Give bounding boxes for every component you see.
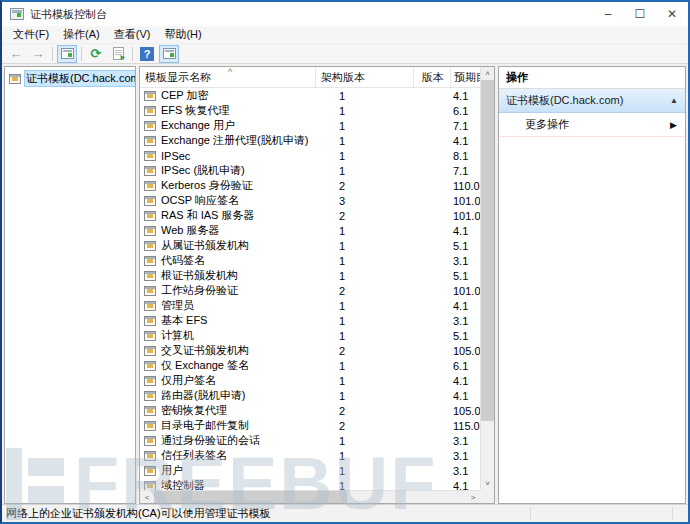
cell-template-name: 根证书颁发机构 xyxy=(140,268,333,283)
menu-view[interactable]: 查看(V) xyxy=(107,25,158,44)
actions-pane-title: 操作 xyxy=(499,67,685,89)
template-name-label: EFS 恢复代理 xyxy=(161,103,229,118)
table-row[interactable]: OCSP 响应签名 3 101.0 O xyxy=(140,193,494,208)
cell-schema-version: 1 xyxy=(333,165,440,177)
close-button[interactable]: ✕ xyxy=(656,3,688,25)
cell-version: 105.0 xyxy=(440,345,480,357)
cell-template-name: 用户 xyxy=(140,463,333,478)
table-row[interactable]: 用户 1 3.1 xyxy=(140,463,494,478)
tree-item-certificate-templates[interactable]: 证书模板(DC.hack.com) xyxy=(5,70,135,87)
menu-bar: 文件(F) 操作(A) 查看(V) 帮助(H) xyxy=(2,26,688,44)
table-row[interactable]: 密钥恢复代理 2 105.0 密 xyxy=(140,403,494,418)
certificate-template-icon xyxy=(144,151,156,161)
cell-schema-version: 1 xyxy=(333,300,440,312)
table-row[interactable]: Web 服务器 1 4.1 xyxy=(140,223,494,238)
cell-schema-version: 1 xyxy=(333,375,440,387)
cell-schema-version: 1 xyxy=(333,360,440,372)
vertical-scrollbar[interactable]: ˄ ˅ xyxy=(480,67,494,490)
forward-button[interactable]: → xyxy=(28,45,48,63)
column-header-label: 架构版本 xyxy=(321,70,365,85)
cell-version: 6.1 xyxy=(440,105,480,117)
vertical-scroll-thumb[interactable] xyxy=(481,80,494,421)
export-list-icon xyxy=(113,47,124,60)
template-name-label: Exchange 用户 xyxy=(161,118,235,133)
certificate-template-icon xyxy=(144,256,156,266)
table-row[interactable]: 基本 EFS 1 3.1 xyxy=(140,313,494,328)
horizontal-scroll-thumb[interactable] xyxy=(154,491,347,503)
collapse-icon[interactable]: ▲ xyxy=(670,96,678,105)
template-name-label: 仅 Exchange 签名 xyxy=(161,358,249,373)
sort-ascending-icon: ^ xyxy=(228,67,232,77)
table-row[interactable]: Kerberos 身份验证 2 110.0 客 xyxy=(140,178,494,193)
cell-version: 3.1 xyxy=(440,435,480,447)
table-row[interactable]: 工作站身份验证 2 101.0 客 xyxy=(140,283,494,298)
table-row[interactable]: RAS 和 IAS 服务器 2 101.0 客 xyxy=(140,208,494,223)
refresh-button[interactable]: ⟳ xyxy=(86,45,106,63)
table-row[interactable]: IPSec (脱机申请) 1 7.1 xyxy=(140,163,494,178)
scroll-up-icon[interactable]: ˄ xyxy=(481,67,494,80)
table-row[interactable]: 仅 Exchange 签名 1 6.1 xyxy=(140,358,494,373)
column-header-schema-version[interactable]: 架构版本 xyxy=(316,67,414,87)
table-row[interactable]: Exchange 注册代理(脱机申请) 1 4.1 xyxy=(140,133,494,148)
table-row[interactable]: 根证书颁发机构 1 5.1 xyxy=(140,268,494,283)
column-header-label: 版本 xyxy=(422,70,444,85)
cell-template-name: CEP 加密 xyxy=(140,88,333,103)
console-app-icon xyxy=(10,8,24,20)
table-row[interactable]: 路由器(脱机申请) 1 4.1 xyxy=(140,388,494,403)
cell-version: 4.1 xyxy=(440,300,480,312)
table-row[interactable]: 交叉证书颁发机构 2 105.0 xyxy=(140,343,494,358)
certificate-template-icon xyxy=(144,406,156,416)
table-row[interactable]: 目录电子邮件复制 2 115.0 目 xyxy=(140,418,494,433)
scroll-down-icon[interactable]: ˅ xyxy=(481,477,494,490)
certificate-template-icon xyxy=(144,451,156,461)
column-header-version[interactable]: 版本 xyxy=(414,67,451,87)
cell-template-name: 代码签名 xyxy=(140,253,333,268)
cell-schema-version: 1 xyxy=(333,270,440,282)
menu-help[interactable]: 帮助(H) xyxy=(157,25,208,44)
cell-version: 4.1 xyxy=(440,90,480,102)
table-row[interactable]: 代码签名 1 3.1 xyxy=(140,253,494,268)
back-button[interactable]: ← xyxy=(6,45,26,63)
vertical-scroll-track[interactable] xyxy=(481,80,494,477)
cell-schema-version: 1 xyxy=(333,225,440,237)
table-row[interactable]: 通过身份验证的会话 1 3.1 xyxy=(140,433,494,448)
actions-group-header[interactable]: 证书模板(DC.hack.com) ▲ xyxy=(499,89,685,113)
scroll-right-icon[interactable]: ˃ xyxy=(466,491,480,503)
help-button[interactable]: ? xyxy=(137,45,157,63)
column-header-template-name[interactable]: 模板显示名称 ^ xyxy=(140,67,316,87)
menu-action[interactable]: 操作(A) xyxy=(56,25,107,44)
table-row[interactable]: EFS 恢复代理 1 6.1 xyxy=(140,103,494,118)
cell-template-name: 基本 EFS xyxy=(140,313,333,328)
cell-template-name: Web 服务器 xyxy=(140,223,333,238)
maximize-button[interactable]: ☐ xyxy=(624,3,656,25)
show-action-pane-button[interactable] xyxy=(159,45,179,63)
template-name-label: Web 服务器 xyxy=(161,223,219,238)
cell-schema-version: 2 xyxy=(333,285,440,297)
more-actions-item[interactable]: 更多操作 ▶ xyxy=(499,113,685,137)
show-console-tree-button[interactable] xyxy=(57,45,77,63)
cell-version: 4.1 xyxy=(440,225,480,237)
horizontal-scroll-track[interactable] xyxy=(154,491,466,503)
cell-template-name: 仅用户签名 xyxy=(140,373,333,388)
template-name-label: 目录电子邮件复制 xyxy=(161,418,249,433)
table-row[interactable]: 仅用户签名 1 4.1 xyxy=(140,373,494,388)
table-row[interactable]: IPSec 1 8.1 xyxy=(140,148,494,163)
table-row[interactable]: Exchange 用户 1 7.1 xyxy=(140,118,494,133)
tree-item-label: 证书模板(DC.hack.com) xyxy=(25,71,136,86)
table-row[interactable]: 从属证书颁发机构 1 5.1 xyxy=(140,238,494,253)
template-list-pane: 模板显示名称 ^ 架构版本 版本 预期目的 CEP 加密 1 4.1 xyxy=(139,66,495,504)
horizontal-scrollbar[interactable]: ˂ ˃ xyxy=(140,490,480,503)
table-row[interactable]: 信任列表签名 1 3.1 xyxy=(140,448,494,463)
cell-schema-version: 2 xyxy=(333,210,440,222)
table-row[interactable]: 计算机 1 5.1 xyxy=(140,328,494,343)
export-list-button[interactable] xyxy=(108,45,128,63)
cell-schema-version: 1 xyxy=(333,135,440,147)
scroll-left-icon[interactable]: ˂ xyxy=(140,491,154,503)
cell-schema-version: 1 xyxy=(333,330,440,342)
table-row[interactable]: CEP 加密 1 4.1 xyxy=(140,88,494,103)
table-row[interactable]: 管理员 1 4.1 xyxy=(140,298,494,313)
minimize-button[interactable]: – xyxy=(592,3,624,25)
refresh-icon: ⟳ xyxy=(91,47,102,60)
menu-file[interactable]: 文件(F) xyxy=(6,25,56,44)
scrollbar-corner xyxy=(480,490,494,503)
